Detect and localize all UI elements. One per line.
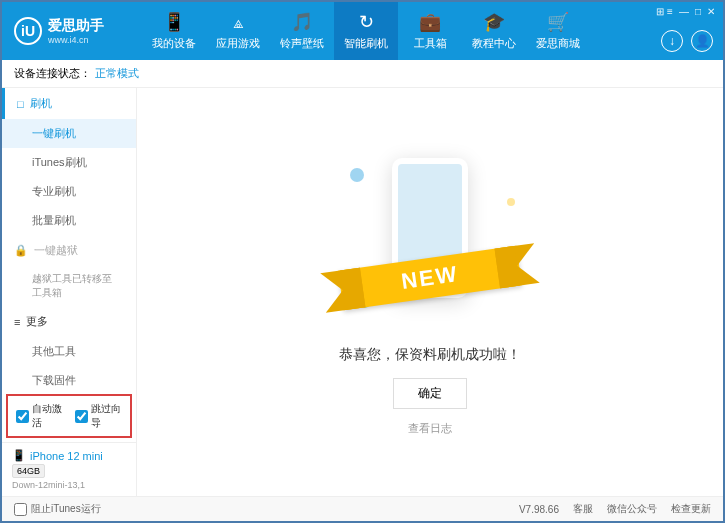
graduation-icon: 🎓 [483, 11, 505, 33]
logo-icon: iU [14, 17, 42, 45]
nav-tutorial[interactable]: 🎓教程中心 [462, 2, 526, 60]
nav-toolbox[interactable]: 💼工具箱 [398, 2, 462, 60]
skip-wizard-checkbox[interactable]: 跳过向导 [75, 402, 122, 430]
nav-ringtones[interactable]: 🎵铃声壁纸 [270, 2, 334, 60]
wechat-link[interactable]: 微信公众号 [607, 502, 657, 516]
nav-apps[interactable]: ⟁应用游戏 [206, 2, 270, 60]
briefcase-icon: 💼 [419, 11, 441, 33]
skin-button[interactable]: ⊞ ≡ [656, 6, 673, 17]
sidebar-cat-jailbreak[interactable]: 🔒一键越狱 [2, 235, 136, 266]
user-button[interactable]: 👤 [691, 30, 713, 52]
minimize-button[interactable]: — [679, 6, 689, 17]
sidebar-cat-flash[interactable]: □刷机 [2, 88, 136, 119]
nav-flash[interactable]: ↻智能刷机 [334, 2, 398, 60]
footer: 阻止iTunes运行 V7.98.66 客服 微信公众号 检查更新 [2, 496, 723, 521]
status-label: 设备连接状态： [14, 66, 91, 81]
device-model: Down-12mini-13,1 [12, 480, 126, 490]
sidebar-item-pro[interactable]: 专业刷机 [2, 177, 136, 206]
version-label: V7.98.66 [519, 504, 559, 515]
lock-icon: 🔒 [14, 244, 28, 257]
auto-activate-checkbox[interactable]: 自动激活 [16, 402, 63, 430]
jailbreak-note: 越狱工具已转移至 工具箱 [2, 266, 136, 306]
decor-dot-icon [507, 198, 515, 206]
window-controls: ⊞ ≡ — □ ✕ [656, 6, 715, 17]
illustration: NEW [330, 148, 530, 328]
nav-store[interactable]: 🛒爱思商城 [526, 2, 590, 60]
menu-icon: ≡ [14, 316, 20, 328]
success-message: 恭喜您，保资料刷机成功啦！ [339, 346, 521, 364]
sidebar-item-batch[interactable]: 批量刷机 [2, 206, 136, 235]
refresh-icon: ↻ [359, 11, 374, 33]
device-name: iPhone 12 mini [30, 450, 103, 462]
sidebar-cat-more[interactable]: ≡更多 [2, 306, 136, 337]
block-itunes-checkbox[interactable]: 阻止iTunes运行 [14, 502, 101, 516]
sidebar-item-firmware[interactable]: 下载固件 [2, 366, 136, 390]
music-icon: 🎵 [291, 11, 313, 33]
content-area: NEW 恭喜您，保资料刷机成功啦！ 确定 查看日志 [137, 88, 723, 496]
decor-dot-icon [350, 168, 364, 182]
check-update-link[interactable]: 检查更新 [671, 502, 711, 516]
device-info[interactable]: 📱iPhone 12 mini 64GB Down-12mini-13,1 [2, 442, 136, 496]
header-actions: ↓ 👤 [661, 30, 713, 52]
device-icon: 📱 [163, 11, 185, 33]
ok-button[interactable]: 确定 [393, 378, 467, 409]
app-site: www.i4.cn [48, 35, 104, 45]
options-row: 自动激活 跳过向导 [6, 394, 132, 438]
sidebar-item-other[interactable]: 其他工具 [2, 337, 136, 366]
logo-section: iU 爱思助手 www.i4.cn [2, 17, 142, 45]
sidebar-item-itunes[interactable]: iTunes刷机 [2, 148, 136, 177]
apps-icon: ⟁ [233, 12, 244, 33]
store-icon: 🛒 [547, 11, 569, 33]
nav-my-device[interactable]: 📱我的设备 [142, 2, 206, 60]
phone-icon: 📱 [12, 449, 26, 462]
download-button[interactable]: ↓ [661, 30, 683, 52]
main-area: □刷机 一键刷机 iTunes刷机 专业刷机 批量刷机 🔒一键越狱 越狱工具已转… [2, 88, 723, 496]
device-capacity: 64GB [12, 464, 45, 478]
sidebar: □刷机 一键刷机 iTunes刷机 专业刷机 批量刷机 🔒一键越狱 越狱工具已转… [2, 88, 137, 496]
maximize-button[interactable]: □ [695, 6, 701, 17]
service-link[interactable]: 客服 [573, 502, 593, 516]
view-log-link[interactable]: 查看日志 [408, 421, 452, 436]
status-value: 正常模式 [95, 66, 139, 81]
main-nav: 📱我的设备 ⟁应用游戏 🎵铃声壁纸 ↻智能刷机 💼工具箱 🎓教程中心 🛒爱思商城 [142, 2, 723, 60]
app-name: 爱思助手 [48, 17, 104, 35]
close-button[interactable]: ✕ [707, 6, 715, 17]
square-icon: □ [17, 98, 24, 110]
sidebar-item-oneclick[interactable]: 一键刷机 [2, 119, 136, 148]
status-bar: 设备连接状态： 正常模式 [2, 60, 723, 88]
app-header: iU 爱思助手 www.i4.cn 📱我的设备 ⟁应用游戏 🎵铃声壁纸 ↻智能刷… [2, 2, 723, 60]
